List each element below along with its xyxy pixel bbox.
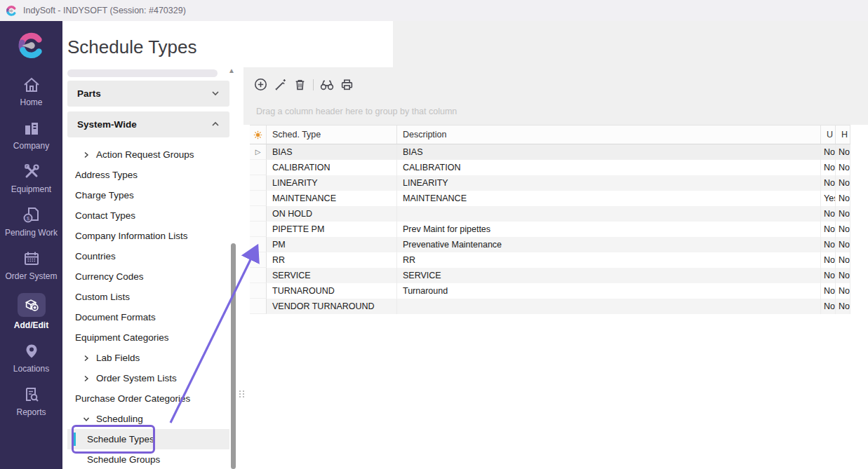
customize-sun-icon[interactable] <box>250 125 267 144</box>
cell-u[interactable]: No <box>821 144 836 160</box>
sidebar-item-label: Locations <box>13 364 49 374</box>
tree-item-address-types[interactable]: Address Types <box>67 165 229 185</box>
tree-item-equipment-categories[interactable]: Equipment Categories <box>67 327 229 348</box>
tree-item-contact-types[interactable]: Contact Types <box>67 205 229 226</box>
cell-description[interactable] <box>397 299 821 314</box>
nav-scroll-track[interactable] <box>67 69 218 77</box>
tree-item-order-system-lists[interactable]: Order System Lists <box>67 368 229 388</box>
cell-sched-type[interactable]: VENDOR TURNAROUND <box>267 299 397 314</box>
sidebar-item-home[interactable]: Home <box>0 70 62 114</box>
tree-item-charge-types[interactable]: Charge Types <box>67 185 229 205</box>
tree-item-label: Equipment Categories <box>75 332 169 343</box>
cell-sched-type[interactable]: MAINTENANCE <box>267 191 397 206</box>
cell-description[interactable]: RR <box>397 252 821 268</box>
table-row[interactable]: TURNAROUND Turnaround No No <box>250 283 850 299</box>
table-row[interactable]: ON HOLD No No <box>250 206 850 222</box>
cell-u[interactable]: No <box>821 222 836 237</box>
cell-h[interactable]: No <box>836 191 850 206</box>
cell-u[interactable]: No <box>821 268 836 283</box>
sidebar-item-add-edit[interactable]: Add/Edit <box>0 287 62 337</box>
column-header-h[interactable]: H <box>836 125 850 144</box>
cell-description[interactable]: Prev Maint for pipettes <box>397 222 821 237</box>
tree-item-document-formats[interactable]: Document Formats <box>67 307 229 327</box>
edit-wand-button[interactable] <box>274 78 287 91</box>
delete-trash-button[interactable] <box>293 78 307 91</box>
tree-item-lab-fields[interactable]: Lab Fields <box>67 348 229 368</box>
cell-sched-type[interactable]: ON HOLD <box>267 206 397 222</box>
cell-u[interactable]: No <box>821 206 836 222</box>
cell-h[interactable]: No <box>836 237 850 252</box>
cell-u[interactable]: No <box>821 252 836 268</box>
add-button[interactable] <box>254 78 267 91</box>
sidebar-item-pending-work[interactable]: $ Pending Work <box>0 200 62 244</box>
cell-h[interactable]: No <box>836 175 850 191</box>
sidebar-item-reports[interactable]: Reports <box>0 380 62 423</box>
cell-u[interactable]: No <box>821 175 836 191</box>
tree-item-schedule-groups[interactable]: Schedule Groups <box>67 449 229 469</box>
cell-h[interactable]: No <box>836 222 850 237</box>
column-header-u[interactable]: U <box>821 125 836 144</box>
tree-item-company-information-lists[interactable]: Company Information Lists <box>67 226 229 246</box>
tree-item-scheduling[interactable]: Scheduling <box>67 409 229 429</box>
cell-h[interactable]: No <box>836 283 850 299</box>
tree-item-label: Schedule Groups <box>87 454 160 465</box>
cell-description[interactable]: SERVICE <box>397 268 821 283</box>
table-row[interactable]: SERVICE SERVICE No No <box>250 268 850 283</box>
table-row[interactable]: RR RR No No <box>250 252 850 268</box>
table-row[interactable]: VENDOR TURNAROUND No No <box>250 299 850 314</box>
cell-description[interactable]: BIAS <box>397 144 821 160</box>
cell-sched-type[interactable]: SERVICE <box>267 268 397 283</box>
cell-sched-type[interactable]: BIAS <box>267 144 397 160</box>
table-row[interactable]: PIPETTE PM Prev Maint for pipettes No No <box>250 222 850 237</box>
sidebar-item-company[interactable]: Company <box>0 114 62 157</box>
tree-item-schedule-types[interactable]: Schedule Types <box>67 429 229 449</box>
cell-sched-type[interactable]: RR <box>267 252 397 268</box>
cell-h[interactable]: No <box>836 252 850 268</box>
row-header <box>250 268 267 283</box>
nav-scrollbar-thumb[interactable] <box>231 243 236 469</box>
sidebar-item-locations[interactable]: Locations <box>0 337 62 380</box>
cell-u[interactable]: No <box>821 299 836 314</box>
cell-h[interactable]: No <box>836 268 850 283</box>
accordion-parts[interactable]: Parts <box>67 81 229 107</box>
sidebar-item-order-system[interactable]: Order System <box>0 244 62 287</box>
find-binoculars-button[interactable] <box>320 78 334 91</box>
scroll-up-icon[interactable]: ▲ <box>228 67 235 74</box>
cell-h[interactable]: No <box>836 206 850 222</box>
sidebar-item-equipment[interactable]: Equipment <box>0 157 62 200</box>
column-header-sched-type[interactable]: Sched. Type <box>267 125 397 144</box>
table-row[interactable]: PM Prevenative Maintenance No No <box>250 237 850 252</box>
cell-h[interactable]: No <box>836 160 850 175</box>
column-header-description[interactable]: Description <box>397 125 821 144</box>
splitter-grip[interactable] <box>239 390 246 400</box>
cell-u[interactable]: Yes <box>821 191 836 206</box>
cell-sched-type[interactable]: PM <box>267 237 397 252</box>
cell-description[interactable]: CALIBRATION <box>397 160 821 175</box>
table-row[interactable]: MAINTENANCE MAINTENANCE Yes No <box>250 191 850 206</box>
cell-h[interactable]: No <box>836 299 850 314</box>
calendar-icon <box>22 250 41 268</box>
table-row[interactable]: LINEARITY LINEARITY No No <box>250 175 850 191</box>
accordion-system-wide[interactable]: System-Wide <box>67 111 229 137</box>
cell-description[interactable]: Prevenative Maintenance <box>397 237 821 252</box>
tree-item-action-request-groups[interactable]: Action Request Groups <box>67 144 229 165</box>
cell-u[interactable]: No <box>821 283 836 299</box>
tree-item-purchase-order-categories[interactable]: Purchase Order Categories <box>67 388 229 409</box>
cell-sched-type[interactable]: TURNAROUND <box>267 283 397 299</box>
cell-sched-type[interactable]: CALIBRATION <box>267 160 397 175</box>
cell-description[interactable]: MAINTENANCE <box>397 191 821 206</box>
cell-sched-type[interactable]: PIPETTE PM <box>267 222 397 237</box>
cell-description[interactable] <box>397 206 821 222</box>
cell-h[interactable]: No <box>836 144 850 160</box>
cell-sched-type[interactable]: LINEARITY <box>267 175 397 191</box>
cell-description[interactable]: LINEARITY <box>397 175 821 191</box>
table-row[interactable]: ▷ BIAS BIAS No No <box>250 144 850 160</box>
cell-u[interactable]: No <box>821 160 836 175</box>
print-button[interactable] <box>340 78 354 91</box>
table-row[interactable]: CALIBRATION CALIBRATION No No <box>250 160 850 175</box>
tree-item-currency-codes[interactable]: Currency Codes <box>67 266 229 287</box>
tree-item-countries[interactable]: Countries <box>67 246 229 266</box>
tree-item-custom-lists[interactable]: Custom Lists <box>67 287 229 307</box>
cell-u[interactable]: No <box>821 237 836 252</box>
cell-description[interactable]: Turnaround <box>397 283 821 299</box>
